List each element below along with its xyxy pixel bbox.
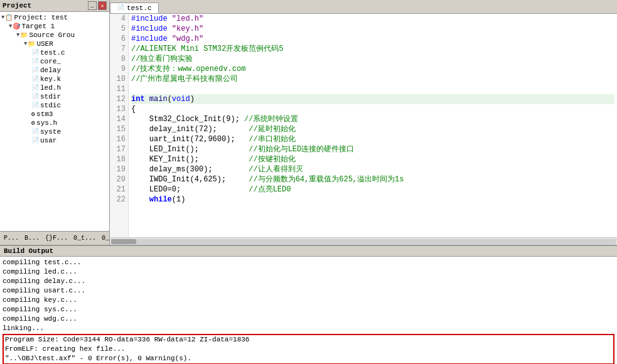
tree-node-label: stdir [40,93,61,100]
line-number: 10 [112,74,126,84]
code-line[interactable]: //技术支持：www.openedv.com [131,64,614,74]
code-line[interactable]: int main(void) [131,94,614,104]
code-line[interactable]: { [131,104,614,114]
code-line[interactable]: //独立看门狗实验 [131,54,614,64]
line-number: 6 [112,34,126,44]
code-line[interactable]: //广州市星翼电子科技有限公司 [131,74,614,84]
code-line[interactable]: #include "key.h" [131,24,614,34]
expand-icon: ▼ [24,41,27,47]
line-number: 22 [112,195,126,205]
expand-icon: ▼ [9,23,12,29]
toolbar-button[interactable]: P... [1,233,21,243]
build-line: compiling test.c... [3,258,614,267]
tree-item[interactable]: 📄key.k [1,75,108,83]
tree-node-label: usar [40,137,56,144]
tree-node-label: stm3 [36,110,53,118]
tree-item[interactable]: ▼🎯Target 1 [1,22,108,31]
tree-item[interactable]: 📄stdic [1,101,108,110]
tree-node-label: Project: test [14,14,68,21]
build-highlighted-line: Program Size: Code=3144 RO-data=336 RW-d… [5,335,612,345]
tree-node-icon: 📄 [31,75,39,83]
panel-close-button[interactable]: ✕ [98,1,107,10]
tree-item[interactable]: ⚙️sys.h [1,119,108,127]
tree-item[interactable]: ▼📋Project: test [1,13,108,22]
line-number: 14 [112,114,126,124]
tree-node-icon: 📄 [31,49,39,56]
line-numbers: 45678910111213141516171819202122 [110,14,129,237]
code-line[interactable]: uart_init(72,9600); //串口初始化 [131,134,614,144]
hscroll-track[interactable] [111,239,616,244]
code-line[interactable]: #include "led.h" [131,14,614,24]
tree-item[interactable]: ▼📁USER [1,40,108,48]
line-number: 11 [112,84,126,94]
tree-node-label: USER [36,40,53,48]
tree-node-icon: 📄 [31,128,39,136]
tree-item[interactable]: 📄led.h [1,83,108,92]
build-line: compiling usart.c... [3,286,614,296]
tree-item[interactable]: 📄usar [1,136,108,145]
code-line[interactable]: while(1) [131,195,614,205]
project-panel: Project _ ✕ ▼📋Project: test▼🎯Target 1▼📁S… [0,0,110,245]
tree-node-icon: 📄 [31,58,39,65]
line-number: 5 [112,24,126,34]
line-number: 20 [112,174,126,185]
tree-node-icon: 📁 [28,40,35,48]
line-number: 12 [112,94,126,104]
line-number: 7 [112,44,126,54]
code-line[interactable]: //ALIENTEK Mini STM32开发板范例代码5 [131,44,614,54]
panel-minimize-button[interactable]: _ [88,1,97,10]
toolbar-button[interactable]: 0_t... [71,233,99,243]
build-line: compiling wdg.c... [3,314,614,324]
project-toolbar: P...B...{}F...0_t...0_T... [0,231,109,245]
tree-node-icon: 📄 [31,67,39,74]
code-area[interactable]: 45678910111213141516171819202122 #includ… [110,14,617,237]
tree-item[interactable]: ▼📁Source Grou [1,31,108,40]
code-line[interactable]: LED0=0; //点亮LED0 [131,185,614,195]
editor-area: 📄 test.c 4567891011121314151617181920212… [110,0,617,245]
line-number: 8 [112,54,126,64]
line-number: 21 [112,185,126,195]
code-line[interactable]: #include "wdg.h" [131,34,614,44]
build-line: compiling sys.c... [3,305,614,314]
toolbar-button[interactable]: 0_T... [99,233,110,243]
code-line[interactable]: delay_ms(300); //让人看得到灭 [131,164,614,174]
tree-node-icon: ⚙️ [31,110,35,118]
code-line[interactable] [131,84,614,94]
toolbar-button[interactable]: {}F... [43,233,70,243]
code-line[interactable]: IWDG_Init(4,625); //与分频数为64,重载值为625,溢出时间… [131,174,614,185]
build-highlighted-block: Program Size: Code=3144 RO-data=336 RW-d… [3,334,614,364]
build-output-content[interactable]: compiling test.c...compiling led.c...com… [0,257,617,364]
code-line[interactable]: KEY_Init(); //按键初始化 [131,154,614,164]
tree-item[interactable]: 📄test.c [1,48,108,57]
tree-node-label: core_ [40,58,61,65]
code-line[interactable]: Stm32_Clock_Init(9); //系统时钟设置 [131,114,614,124]
tree-item[interactable]: ⚙️stm3 [1,110,108,119]
editor-tab-test-c[interactable]: 📄 test.c [110,3,159,13]
tree-item[interactable]: 📄delay [1,66,108,75]
project-tree[interactable]: ▼📋Project: test▼🎯Target 1▼📁Source Grou▼📁… [0,12,109,231]
expand-icon: ▼ [1,14,4,21]
tree-node-label: sys.h [36,119,57,127]
editor-tab-bar: 📄 test.c [110,0,617,14]
tree-item[interactable]: 📄core_ [1,57,108,66]
tree-item[interactable]: 📄syste [1,127,108,136]
build-line: compiling delay.c... [3,277,614,286]
line-number: 15 [112,124,126,134]
tree-node-icon: 📄 [31,84,39,92]
code-line[interactable]: delay_init(72); //延时初始化 [131,124,614,134]
code-content[interactable]: #include "led.h"#include "key.h"#include… [129,14,617,237]
tree-node-label: delay [40,67,61,74]
line-number: 13 [112,104,126,114]
project-panel-header: Project _ ✕ [0,0,109,12]
tree-node-icon: 📄 [31,93,39,100]
horizontal-scrollbar[interactable] [110,237,617,245]
tree-node-icon: ⚙️ [31,119,35,127]
line-number: 19 [112,164,126,174]
tree-node-label: led.h [40,84,61,92]
project-panel-title: Project [3,2,31,9]
hscroll-thumb[interactable] [111,239,136,244]
tree-item[interactable]: 📄stdir [1,92,108,101]
build-highlighted-line: FromELF: creating hex file... [5,345,612,354]
code-line[interactable]: LED_Init(); //初始化与LED连接的硬件接口 [131,144,614,154]
toolbar-button[interactable]: B... [22,233,42,243]
